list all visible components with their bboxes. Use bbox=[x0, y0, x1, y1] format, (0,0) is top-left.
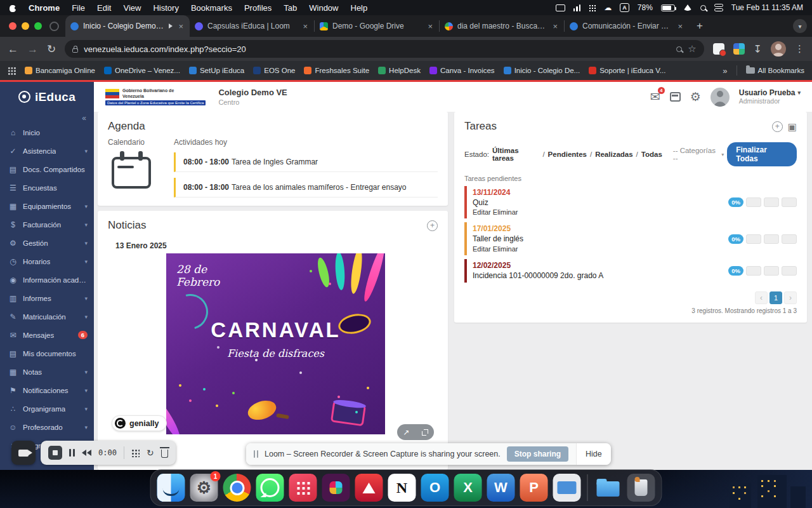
restart-recording-button[interactable] bbox=[82, 450, 91, 456]
task-row[interactable]: 17/01/2025 Taller de inglés Editar Elimi… bbox=[464, 222, 797, 255]
filter-pendientes[interactable]: Pendientes bbox=[548, 150, 587, 158]
browser-menu-icon[interactable]: ⋮ bbox=[795, 43, 804, 55]
tab-calendario[interactable]: Calendario bbox=[108, 138, 174, 147]
apps-grid-icon[interactable] bbox=[8, 67, 16, 75]
input-source-icon[interactable]: A bbox=[620, 3, 629, 12]
control-center-icon[interactable] bbox=[714, 4, 723, 11]
pause-recording-button[interactable] bbox=[69, 449, 75, 457]
bookmark-freshsales[interactable]: Freshsales Suite bbox=[304, 67, 369, 74]
close-tab-icon[interactable]: × bbox=[426, 22, 434, 31]
dock-outlook[interactable]: O bbox=[421, 474, 449, 502]
profile-ring-icon[interactable] bbox=[49, 22, 59, 31]
downloads-icon[interactable]: ↧ bbox=[754, 43, 762, 55]
agenda-event[interactable]: 08:00 - 18:00Tarea de los animales mamíf… bbox=[174, 178, 438, 197]
hide-button[interactable]: Hide bbox=[576, 443, 611, 465]
menu-view[interactable]: View bbox=[123, 3, 141, 13]
ieduca-logo[interactable]: iEduca bbox=[0, 80, 94, 112]
sidebar-item-informes[interactable]: ▥Informes▾ bbox=[0, 289, 94, 307]
finalizar-todas-button[interactable]: Finalizar Todas bbox=[727, 142, 797, 166]
filter-todas[interactable]: Todas bbox=[641, 150, 662, 158]
settings-gear-icon[interactable]: ⚙ bbox=[690, 91, 701, 103]
task-button[interactable] bbox=[746, 197, 761, 207]
menu-tab[interactable]: Tab bbox=[284, 3, 297, 13]
audio-playing-icon[interactable] bbox=[169, 23, 173, 29]
stats-status-icon[interactable] bbox=[573, 4, 581, 11]
sidebar-item-matriculacion[interactable]: ✎Matriculación▾ bbox=[0, 307, 94, 326]
reload-button[interactable]: ↻ bbox=[47, 44, 56, 55]
address-bar[interactable]: venezuela.ieduca.com/index.php?seccio=20… bbox=[65, 40, 704, 58]
stop-sharing-button[interactable]: Stop sharing bbox=[507, 446, 568, 462]
tab-actividades-hoy[interactable]: Actividades hoy bbox=[174, 138, 438, 147]
cloud-status-icon[interactable]: ☁ bbox=[604, 3, 612, 12]
spotlight-search-icon[interactable] bbox=[700, 5, 706, 11]
next-page-button[interactable]: › bbox=[784, 291, 797, 304]
sidebar-item-mis-documentos[interactable]: ▤Mis documentos bbox=[0, 344, 94, 363]
sidebar-item-gestion[interactable]: ⚙Gestión▾ bbox=[0, 234, 94, 252]
dock-notion[interactable]: N bbox=[388, 474, 416, 502]
site-security-icon[interactable] bbox=[72, 48, 78, 53]
menu-history[interactable]: History bbox=[153, 3, 178, 13]
url-text[interactable]: venezuela.ieduca.com/index.php?seccio=20 bbox=[84, 44, 671, 54]
bookmark-helpdesk[interactable]: HelpDesk bbox=[378, 67, 421, 74]
close-window-button[interactable] bbox=[9, 22, 16, 30]
page-1-button[interactable]: 1 bbox=[769, 291, 782, 304]
new-tab-button[interactable]: + bbox=[691, 18, 708, 34]
search-icon[interactable] bbox=[676, 46, 682, 52]
task-button[interactable] bbox=[764, 234, 779, 244]
add-news-button[interactable]: + bbox=[427, 220, 438, 231]
dock-trash[interactable] bbox=[627, 474, 655, 502]
battery-icon[interactable] bbox=[661, 4, 675, 11]
menu-file[interactable]: File bbox=[72, 3, 85, 13]
task-button[interactable] bbox=[782, 234, 797, 244]
sidebar-item-informacion-academica[interactable]: ◉Información académica bbox=[0, 271, 94, 289]
dock-system-settings[interactable]: ⚙1 bbox=[190, 474, 218, 502]
tab-comunicacion[interactable]: Comunicación - Enviar Mens × bbox=[565, 15, 689, 37]
dock-word[interactable]: W bbox=[487, 474, 515, 502]
fullscreen-window-button[interactable] bbox=[34, 22, 42, 30]
fullscreen-icon[interactable] bbox=[422, 429, 428, 436]
sidebar-item-organigrama[interactable]: ∴Organigrama▾ bbox=[0, 399, 94, 418]
menu-help[interactable]: Help bbox=[351, 3, 368, 13]
bookmark-eos-one[interactable]: EOS One bbox=[253, 67, 295, 74]
task-row[interactable]: 13/11/2024 Quiz Editar Eliminar 0% bbox=[464, 186, 797, 218]
menu-bookmarks[interactable]: Bookmarks bbox=[191, 3, 232, 13]
menu-window[interactable]: Window bbox=[309, 3, 338, 13]
all-bookmarks-button[interactable]: All Bookmarks bbox=[746, 67, 805, 74]
forward-button[interactable]: → bbox=[27, 44, 38, 55]
dock-powerpoint[interactable]: P bbox=[520, 474, 548, 502]
bookmark-star-icon[interactable]: ☆ bbox=[688, 43, 696, 55]
calendar-illustration-icon[interactable] bbox=[112, 157, 151, 189]
tab-google-drive[interactable]: Demo - Google Drive × bbox=[315, 15, 439, 37]
dock-excel[interactable]: X bbox=[454, 474, 482, 502]
extension-icon[interactable] bbox=[713, 43, 724, 55]
restart-icon[interactable]: ↻ bbox=[147, 448, 154, 457]
bookmarks-overflow-icon[interactable]: » bbox=[723, 66, 727, 76]
back-button[interactable]: ← bbox=[8, 44, 18, 55]
sidebar-item-inicio[interactable]: ⌂Inicio bbox=[0, 123, 94, 142]
task-row[interactable]: 12/02/2025 Incidencia 101-00000009 2do. … bbox=[464, 259, 797, 283]
tab-inicio-colegio[interactable]: Inicio - Colegio Demo VE × bbox=[65, 15, 190, 37]
bookmark-onedrive[interactable]: OneDrive – Venez... bbox=[104, 67, 180, 74]
camera-bubble[interactable] bbox=[11, 441, 36, 465]
user-avatar[interactable] bbox=[710, 88, 730, 107]
tab-list-chevron-icon[interactable]: ▾ bbox=[793, 19, 807, 33]
carnaval-poster-image[interactable]: 28 de Febrero CARNAVAL Fiesta de disfrac… bbox=[166, 253, 385, 434]
wifi-icon[interactable] bbox=[683, 4, 692, 11]
bookmark-canva[interactable]: Canva - Invoices bbox=[429, 67, 495, 74]
grid-status-icon[interactable] bbox=[589, 4, 596, 11]
task-actions[interactable]: Editar Eliminar bbox=[473, 208, 728, 217]
task-button[interactable] bbox=[782, 266, 797, 276]
share-icon[interactable]: ↗ bbox=[403, 428, 409, 437]
screen-mirroring-status-icon[interactable] bbox=[556, 4, 565, 11]
categorias-dropdown[interactable]: -- Categorías --▾ bbox=[673, 147, 724, 162]
drag-handle-icon[interactable] bbox=[254, 450, 258, 458]
sidebar-collapse-icon[interactable]: « bbox=[0, 112, 94, 123]
close-tab-icon[interactable]: × bbox=[676, 22, 684, 31]
dock-slack[interactable] bbox=[322, 474, 350, 502]
add-task-button[interactable]: + bbox=[772, 121, 783, 132]
task-button[interactable] bbox=[746, 234, 761, 244]
sidebar-item-horarios[interactable]: ◷Horarios▾ bbox=[0, 252, 94, 271]
dock-acrobat[interactable] bbox=[355, 474, 383, 502]
dock-downloads-folder[interactable] bbox=[594, 474, 622, 502]
filter-ultimas-tareas[interactable]: Últimas tareas bbox=[492, 147, 539, 162]
